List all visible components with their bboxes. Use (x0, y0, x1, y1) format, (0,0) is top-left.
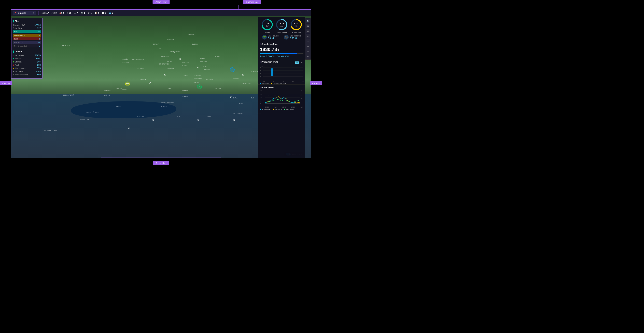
filter-factory[interactable]: 🏭 2 (59, 12, 64, 14)
filter-camera-count: 1 (84, 12, 85, 14)
production-trend-section: Production Trend Mo Yr GWh (258, 59, 305, 85)
total-sites-label: Total Sites (13, 27, 22, 29)
power-x-labels: 00:00 05:00 10:00 15:00 20:00 (260, 106, 304, 108)
svg-text:0: 0 (260, 76, 261, 77)
legend-active-dot (260, 109, 261, 110)
reduction-row: 🌿 CO2 Reduction 6.4 kt ⚫ Coal Reduction … (260, 35, 304, 40)
coal-icon: ⚫ (284, 35, 288, 40)
asset-filter-arrow (161, 5, 161, 10)
filter-water-count: 7 (112, 12, 113, 14)
wind-icon: 🌬 (52, 12, 54, 14)
completion-title: Completion Rate (260, 43, 304, 46)
dot-standby (13, 61, 14, 63)
status-run-label: Run (14, 31, 18, 33)
device-nocomm-row[interactable]: No Comm 2548 (13, 70, 41, 73)
status-run[interactable]: Run 23 (13, 30, 41, 33)
map-label: KYIV (203, 66, 206, 68)
filter-water[interactable]: 💧 7 (109, 12, 113, 14)
total-devices-label: Total Devices (13, 54, 24, 56)
svg-text:100: 100 (260, 97, 262, 98)
filter-wind[interactable]: 🌬 59 (52, 12, 56, 14)
map-label: GREECE (182, 90, 188, 92)
divider (13, 49, 41, 49)
co2-icon: 🌿 (262, 35, 267, 40)
map-label: FRANCE (140, 79, 146, 80)
map-label: HUNGARY (182, 75, 190, 76)
map-label: PORTUGAL (104, 90, 112, 92)
alert-icon: ⚠ (74, 12, 76, 14)
device-normal-row[interactable]: Normal 6807 (13, 57, 41, 60)
status-maintenance-label: Maintenance (14, 34, 25, 36)
status-nocomm-label: No Comm (14, 41, 22, 43)
total-devices-row: Total Devices 13876 (13, 54, 41, 57)
canvas-right-arrow (311, 83, 314, 83)
status-fault[interactable]: Fault 2 (13, 37, 41, 40)
capacity-row: Capacity (GW) 177.54 (13, 24, 41, 26)
cluster-romania[interactable]: ● (197, 84, 202, 89)
toolbar-btn-4[interactable]: ⊡ (306, 34, 310, 39)
map-label: GEORGIA (233, 77, 240, 79)
filter-clock-count: 2 (105, 12, 106, 14)
legend-planned-dot (271, 83, 272, 84)
device-notonboarded-row[interactable]: Not Onboarded 1960 (13, 74, 41, 76)
map-label: GERMANY (167, 67, 175, 69)
capacity-label: Capacity (GW) (13, 24, 25, 26)
toolbar-btn-zoom-out[interactable]: − (306, 49, 310, 54)
power-legend: Active Power Theoretical Wind Speed (260, 109, 304, 110)
status-nocomm[interactable]: No Comm 80 (13, 41, 41, 44)
wind-turbine-africa: ⚙ (152, 118, 154, 122)
device-fault-label: Fault (13, 64, 19, 66)
toolbar-btn-2[interactable]: ⚙ (306, 24, 310, 28)
device-fault-row[interactable]: Fault 293 (13, 64, 41, 66)
factory-icon: 🏭 (59, 12, 62, 14)
toolbar-btn-zoom-in[interactable]: + (306, 44, 310, 49)
map-mediterranean (71, 101, 176, 118)
power-trend-title: Power Trend (260, 86, 304, 89)
status-run-count: 23 (38, 31, 40, 33)
filter-clipboard[interactable]: 📋 2 (94, 12, 99, 14)
device-standby-row[interactable]: Standby 207 (13, 61, 41, 63)
filter-total[interactable]: Total 117 (40, 12, 49, 14)
status-fault-count: 2 (39, 38, 40, 40)
wind-turbine-africa2: ⚙ (128, 127, 130, 130)
tab-mo[interactable]: Mo (295, 62, 299, 64)
dot-nocomm (13, 71, 14, 72)
tab-yr[interactable]: Yr (300, 62, 304, 64)
map-label: SPAIN (122, 89, 126, 90)
filter-bar: Total 117 🌬 59 🏭 2 ✳ 36 ⚠ 7 (38, 11, 115, 15)
nuclear-icon: ☢ (88, 12, 90, 14)
dot-normal (13, 58, 14, 59)
toolbar-btn-settings[interactable]: ⊙ (306, 54, 310, 59)
cluster-france[interactable]: OFF (125, 82, 130, 86)
progress-bar-fill (260, 53, 297, 54)
status-notonboarded[interactable]: Not Onboarded 1 (13, 45, 41, 48)
co2-reduction: 🌿 CO2 Reduction 6.4 kt (262, 35, 279, 40)
dot-maintenance (13, 68, 14, 69)
svg-text:200: 200 (260, 90, 262, 92)
toolbar-btn-zoom-fit[interactable]: ⤢ (306, 39, 310, 44)
power-gauge: 1.59 GW Power (261, 19, 273, 34)
side-toolbar: 🔍 ⚙ ⊞ ⊡ ⤢ + − ⊙ (305, 18, 311, 60)
chart-x-labels: 01 07 13 19 25 (260, 80, 304, 82)
filter-alert[interactable]: ⚠ 7 (74, 12, 78, 14)
filter-nuclear-count: 1 (90, 12, 92, 14)
filter-nuclear[interactable]: ☢ 1 (88, 12, 92, 14)
site-title: Site (13, 20, 41, 23)
filter-camera[interactable]: 📷 1 (80, 12, 85, 14)
status-maintenance[interactable]: Maintenance 3 (13, 34, 41, 37)
total-devices-value: 13876 (35, 54, 41, 57)
wind-turbine-spain: ⚙ (149, 82, 152, 85)
filter-clock[interactable]: 🕐 2 (102, 12, 106, 14)
toolbar-btn-3[interactable]: ⊞ (306, 29, 310, 34)
filter-solar[interactable]: ✳ 36 (66, 12, 71, 14)
toolbar-btn-1[interactable]: 🔍 (306, 19, 310, 23)
status-notonboarded-label: Not Onboarded (14, 45, 27, 47)
map-label: Black Sea (206, 79, 213, 80)
trend-header: Production Trend Mo Yr (260, 61, 304, 65)
map-label: BERLIN (167, 60, 172, 62)
right-panel: 1.59 GW Power (258, 17, 305, 158)
location-selector[interactable]: 📍 Envision ▼ (13, 11, 36, 15)
location-text: Envision (18, 12, 31, 14)
cluster-kaz2[interactable]: □ (230, 67, 235, 72)
device-maintenance-row[interactable]: Maintenance 776 (13, 67, 41, 69)
